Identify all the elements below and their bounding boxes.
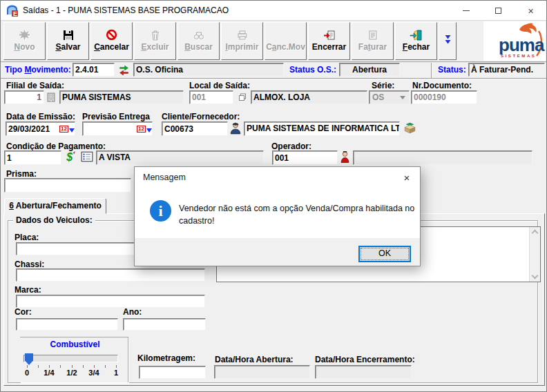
vehicle-group-label: Dados do Veiculos: <box>13 215 95 225</box>
fechar-button[interactable]: Fechar <box>395 22 437 60</box>
kilometragem-input[interactable] <box>139 366 206 379</box>
chassi-label: Chassi: <box>15 259 44 269</box>
status-field: À Faturar-Pend. <box>468 63 545 77</box>
client-person-icon[interactable] <box>230 122 241 135</box>
movement-bar: Tipo Movimento: O.S. Oficina Status O.S.… <box>1 62 546 79</box>
window-title: Saídas - 1 - PUMA SISTEMAS BASE PROGRAMA… <box>23 1 229 21</box>
tab-abertura-fechamento[interactable]: 6 Abertura/Fechamento <box>4 198 106 214</box>
placa-label: Placa: <box>15 233 39 242</box>
copy-icon[interactable] <box>238 93 247 101</box>
salvar-button[interactable]: Salvar <box>47 22 89 60</box>
movement-exchange-icon[interactable] <box>118 64 130 75</box>
prisma-label: Prisma: <box>6 169 37 179</box>
operador-name-field <box>353 150 532 165</box>
puma-logo: puma SISTEMAS <box>483 21 546 61</box>
cliente-code-input[interactable] <box>162 121 228 136</box>
operador-code-input[interactable] <box>272 150 338 165</box>
filial-name-field: PUMA SISTEMAS <box>59 90 184 104</box>
more-options-button[interactable] <box>439 22 457 60</box>
fuel-tick-half: 1/2 <box>64 369 80 377</box>
scroll-down-icon[interactable] <box>532 273 539 280</box>
imprimir-button[interactable]: Imprimir <box>221 22 263 60</box>
title-bar: E Saídas - 1 - PUMA SISTEMAS BASE PROGRA… <box>1 1 546 21</box>
dialog-message: Vendedor não está com a opção Venda/Comp… <box>179 202 417 227</box>
data-hora-encerramento-label: Data/Hora Encerramento: <box>315 355 415 364</box>
info-icon: i <box>150 200 171 222</box>
app-icon: E <box>6 4 19 17</box>
divider <box>431 63 432 78</box>
close-order-icon <box>323 23 336 41</box>
svg-text:$: $ <box>66 151 73 163</box>
buscar-button[interactable]: Buscar <box>177 22 220 60</box>
building-icon[interactable] <box>47 92 55 102</box>
ano-input[interactable] <box>123 318 206 331</box>
trash-icon <box>150 23 161 41</box>
cliente-name-field: PUMA SISTEMAS DE INFORMATICA LT <box>244 121 400 136</box>
data-emissao-field[interactable]: 29/03/2021 12 <box>6 121 75 136</box>
kilometragem-label: Kilometragem: <box>137 353 195 363</box>
double-down-arrow-icon <box>443 34 452 48</box>
maximize-button[interactable] <box>482 1 515 21</box>
faturar-button[interactable]: Faturar <box>352 22 394 60</box>
binoculars-icon <box>193 23 204 41</box>
condicao-name-field: A VISTA <box>96 150 264 165</box>
previsao-entrega-field[interactable]: 12 <box>82 121 153 136</box>
serie-combo[interactable]: OS <box>369 90 410 104</box>
novo-button[interactable]: Novo <box>3 22 46 60</box>
status-os-field: Abertura <box>339 63 400 77</box>
ok-button[interactable]: OK <box>358 246 411 262</box>
filial-code-input[interactable] <box>4 90 44 104</box>
fuel-tick-0: 0 <box>19 369 35 377</box>
fuel-slider-track[interactable] <box>23 355 118 362</box>
local-code-input[interactable] <box>189 90 233 104</box>
fuel-tick-threequarter: 3/4 <box>86 369 102 377</box>
cancelar-button[interactable]: Cancelar <box>90 22 133 60</box>
marca-label: Marca: <box>15 285 41 295</box>
cor-label: Cor: <box>15 307 32 317</box>
marca-input[interactable] <box>16 295 205 308</box>
nr-documento-input[interactable] <box>411 90 477 104</box>
filial-label: Filial de Saída: <box>6 81 64 90</box>
logo-text: puma <box>499 37 544 53</box>
money-icon[interactable]: $ <box>66 150 76 164</box>
encerrar-button[interactable]: Encerrar <box>308 22 350 60</box>
svg-text:E: E <box>13 10 17 17</box>
calendar-icon[interactable]: 12 <box>137 123 151 135</box>
prisma-input[interactable] <box>4 178 131 193</box>
condicao-code-input[interactable] <box>4 150 61 165</box>
condicao-pagamento-label: Condição de Pagamento: <box>6 141 106 151</box>
minimize-button[interactable] <box>450 1 482 21</box>
data-emissao-label: Data de Emissão: <box>6 112 75 121</box>
close-button[interactable]: × <box>515 1 547 21</box>
data-hora-encerramento-field <box>315 365 412 379</box>
nr-documento-label: Nr.Documento: <box>412 81 472 90</box>
open-box-icon[interactable] <box>403 122 416 134</box>
tipo-movimento-label: Tipo Movimento: <box>5 65 71 75</box>
exit-door-icon <box>410 23 423 41</box>
ano-label: Ano: <box>123 307 142 317</box>
movement-description-field: O.S. Oficina <box>133 63 284 77</box>
operator-person-icon[interactable] <box>340 150 350 164</box>
excluir-button[interactable]: Excluir <box>134 22 176 60</box>
operador-label: Operador: <box>271 141 311 151</box>
memo-scrollbar[interactable] <box>529 227 540 282</box>
scroll-up-icon[interactable] <box>532 230 539 237</box>
cor-input[interactable] <box>16 318 118 331</box>
dialog-close-icon[interactable]: × <box>396 168 417 186</box>
data-hora-abertura-field <box>214 365 310 379</box>
chassi-input[interactable] <box>16 268 205 282</box>
cliente-label: Cliente/Fornecedor: <box>162 112 240 121</box>
local-label: Local de Saída: <box>189 81 250 90</box>
dialog-title: Mensagem <box>143 173 186 182</box>
fuel-tick-quarter: 1/4 <box>41 369 57 377</box>
cancmov-button[interactable]: Canc.Mov <box>265 22 307 60</box>
calendar-icon[interactable]: 12 <box>60 123 74 135</box>
data-hora-abertura-label: Data/Hora Abertura: <box>215 355 294 364</box>
local-name-field: ALMOX. LOJA <box>251 90 367 104</box>
tipo-movimento-input[interactable] <box>73 63 115 77</box>
list-icon[interactable] <box>81 151 93 162</box>
invoice-icon <box>367 23 378 41</box>
cancel-icon <box>106 23 117 41</box>
logo-subtext: SISTEMAS <box>501 54 536 58</box>
printer-icon <box>237 23 248 41</box>
